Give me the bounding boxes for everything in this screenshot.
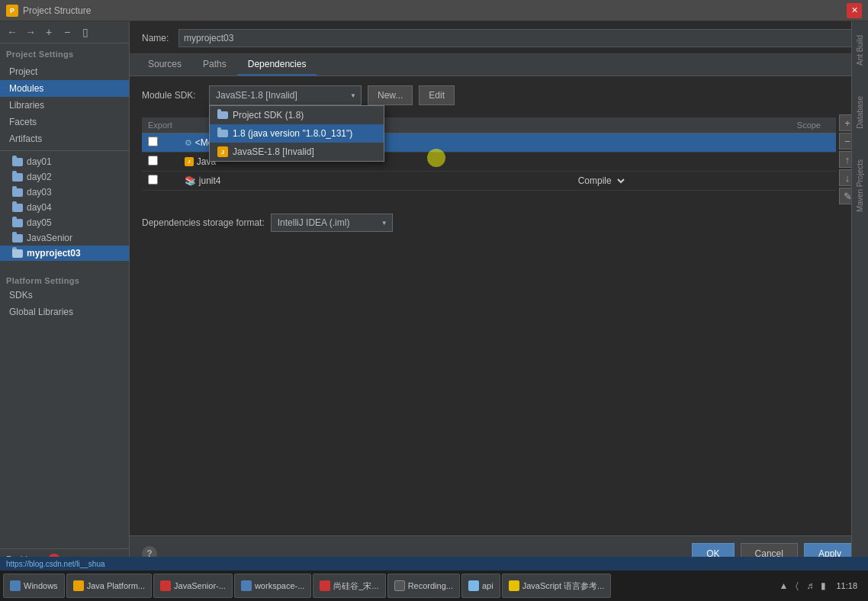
right-panel: Name: Sources Paths Dependencies Module … xyxy=(130,21,868,570)
taskbar-item-powerpoint[interactable]: 尚硅谷_宋... xyxy=(313,574,385,598)
module-tree: day01 day02 day03 day04 day05 JavaSenior xyxy=(0,150,129,261)
storage-dropdown-button[interactable]: IntelliJ IDEA (.iml) xyxy=(271,214,393,232)
name-label: Name: xyxy=(142,33,172,43)
sdk-dropdown-menu: Project SDK (1.8) 1.8 (java version "1.8… xyxy=(209,105,384,162)
tree-item-day04[interactable]: day04 xyxy=(0,200,129,215)
taskbar-java-icon xyxy=(73,580,84,591)
battery-icon: ▮ xyxy=(818,580,828,591)
folder-icon xyxy=(217,111,228,119)
java-icon: J xyxy=(217,146,228,157)
edit-sdk-button[interactable]: Edit xyxy=(419,85,455,105)
nav-item-libraries[interactable]: Libraries xyxy=(0,97,129,114)
col-scope: Scope xyxy=(569,117,836,133)
export-checkbox-cell xyxy=(142,172,178,191)
sdk-dropdown-value: JavaSE-1.8 [Invalid] xyxy=(216,90,297,101)
table-row[interactable]: 📚 junit4 Compile Test Runtime xyxy=(142,172,836,191)
back-button[interactable]: ← xyxy=(5,24,20,40)
nav-item-sdks[interactable]: SDKs xyxy=(0,287,129,304)
name-input[interactable] xyxy=(178,29,856,47)
taskbar-right: ▲ 〈 ♬ ▮ 11:18 xyxy=(777,580,865,591)
folder-icon-selected xyxy=(217,130,228,137)
left-toolbar: ← → + − ▯ xyxy=(0,21,129,43)
left-panel: ← → + − ▯ Project Settings Project Modul… xyxy=(0,21,130,570)
sdk-label: Module SDK: xyxy=(142,90,203,101)
side-tabs: Ant Build Database Maven Projects xyxy=(851,21,868,570)
dropdown-item-project-sdk-label: Project SDK (1.8) xyxy=(233,110,304,121)
content-area: Module SDK: JavaSE-1.8 [Invalid] Project… xyxy=(130,76,868,535)
tree-item-day02[interactable]: day02 xyxy=(0,169,129,185)
taskbar-ppt-icon xyxy=(320,580,330,591)
taskbar-item-recording[interactable]: Recording... xyxy=(387,574,460,598)
database-tab[interactable]: Database xyxy=(854,90,866,135)
taskbar-windows-icon xyxy=(10,580,21,591)
url-text: https://blog.csdn.net/li__shua xyxy=(6,560,105,568)
dropdown-item-java18-label: 1.8 (java version "1.8.0_131") xyxy=(233,128,352,139)
java-dep-icon: J xyxy=(185,157,194,166)
dropdown-item-javase18-label: JavaSE-1.8 [Invalid] xyxy=(233,146,314,157)
export-checkbox-cell xyxy=(142,153,178,172)
tab-paths[interactable]: Paths xyxy=(192,54,237,76)
storage-label: Dependencies storage format: xyxy=(142,217,265,228)
taskbar-recording-icon xyxy=(394,580,405,591)
taskbar-item-javasenior[interactable]: JavaSenior-... xyxy=(153,574,233,598)
ant-build-tab[interactable]: Ant Build xyxy=(854,29,866,72)
sound-icon: ♬ xyxy=(804,580,815,591)
nav-item-facets[interactable]: Facets xyxy=(0,114,129,130)
remove-button[interactable]: − xyxy=(59,24,75,40)
project-settings-header: Project Settings xyxy=(0,43,129,60)
tree-item-day01[interactable]: day01 xyxy=(0,154,129,169)
platform-settings-header: Platform Settings xyxy=(0,270,129,287)
tab-sources[interactable]: Sources xyxy=(137,54,192,76)
dropdown-item-java18[interactable]: 1.8 (java version "1.8.0_131") xyxy=(210,124,384,143)
nav-item-modules[interactable]: Modules xyxy=(0,80,129,97)
export-checkbox-1[interactable] xyxy=(148,156,158,166)
dropdown-item-project-sdk[interactable]: Project SDK (1.8) xyxy=(210,106,384,124)
taskbar-api-icon xyxy=(468,580,479,591)
storage-row: Dependencies storage format: IntelliJ ID… xyxy=(142,214,856,232)
sdk-row: Module SDK: JavaSE-1.8 [Invalid] Project… xyxy=(142,85,856,105)
maven-projects-tab[interactable]: Maven Projects xyxy=(854,153,866,218)
export-checkbox-0[interactable] xyxy=(148,137,158,146)
taskbar-item-windows[interactable]: Windows xyxy=(3,574,65,598)
copy-button[interactable]: ▯ xyxy=(78,24,93,40)
taskbar: Windows Java Platform... JavaSenior-... … xyxy=(0,570,868,601)
taskbar-js-icon xyxy=(509,580,519,591)
tabs-row: Sources Paths Dependencies xyxy=(130,54,868,76)
add-button[interactable]: + xyxy=(41,24,56,40)
tree-item-day03[interactable]: day03 xyxy=(0,185,129,200)
window-icon: P xyxy=(6,5,18,17)
tree-item-day05[interactable]: day05 xyxy=(0,215,129,230)
taskbar-workspace-icon xyxy=(241,580,252,591)
dep-name-cell-2: 📚 junit4 xyxy=(178,172,569,191)
nav-item-global-libraries[interactable]: Global Libraries xyxy=(0,304,129,320)
title-bar: P Project Structure ✕ xyxy=(0,0,868,21)
sdk-dropdown-button[interactable]: JavaSE-1.8 [Invalid] xyxy=(209,85,362,105)
new-sdk-button[interactable]: New... xyxy=(368,85,413,105)
expand-icon[interactable]: ▲ xyxy=(777,580,791,591)
taskbar-javasenior-icon xyxy=(160,580,171,591)
taskbar-item-workspace[interactable]: workspace-... xyxy=(234,574,311,598)
name-row: Name: xyxy=(130,21,868,54)
taskbar-item-javascript[interactable]: JavaScript 语言参考... xyxy=(502,574,612,598)
storage-dropdown-value: IntelliJ IDEA (.iml) xyxy=(278,217,350,228)
taskbar-time: 11:18 xyxy=(831,581,862,590)
dropdown-item-javase18[interactable]: J JavaSE-1.8 [Invalid] xyxy=(210,143,384,161)
close-button[interactable]: ✕ xyxy=(847,3,862,18)
taskbar-item-api[interactable]: api xyxy=(461,574,500,598)
project-settings-nav: Project Modules Libraries Facets Artifac… xyxy=(0,63,129,147)
forward-button[interactable]: → xyxy=(23,24,38,40)
taskbar-item-java-platform[interactable]: Java Platform... xyxy=(66,574,152,598)
dep-scope-cell-1 xyxy=(569,153,836,172)
nav-item-artifacts[interactable]: Artifacts xyxy=(0,130,129,147)
window-title: Project Structure xyxy=(23,5,847,16)
sdk-dropdown[interactable]: JavaSE-1.8 [Invalid] Project SDK (1.8) 1… xyxy=(209,85,362,105)
url-bar: https://blog.csdn.net/li__shua xyxy=(0,557,868,570)
network-icon: 〈 xyxy=(793,580,801,591)
tree-item-javasenior[interactable]: JavaSenior xyxy=(0,230,129,246)
export-checkbox-2[interactable] xyxy=(148,175,158,185)
nav-item-project[interactable]: Project xyxy=(0,63,129,80)
tab-dependencies[interactable]: Dependencies xyxy=(237,54,317,76)
tree-item-myproject03[interactable]: myproject03 xyxy=(0,246,129,261)
dep-scope-cell-2: Compile Test Runtime Provided xyxy=(569,172,836,191)
dep-scope-select-2[interactable]: Compile Test Runtime Provided xyxy=(575,175,627,187)
